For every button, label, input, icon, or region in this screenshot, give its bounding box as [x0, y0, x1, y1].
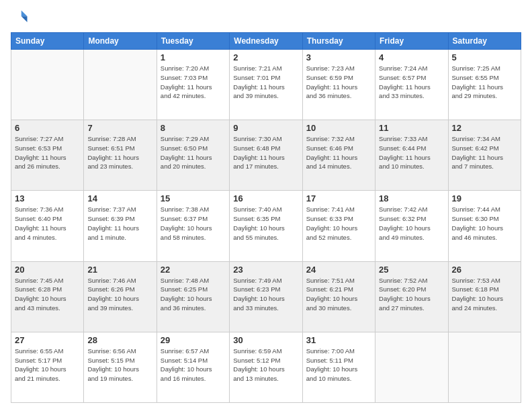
day-info: Sunrise: 7:32 AM Sunset: 6:46 PM Dayligh…: [306, 134, 371, 171]
day-number: 1: [161, 52, 226, 62]
day-info: Sunrise: 7:45 AM Sunset: 6:28 PM Dayligh…: [15, 276, 80, 313]
weekday-header-thursday: Thursday: [302, 33, 375, 50]
week-row-0: 1Sunrise: 7:20 AM Sunset: 7:03 PM Daylig…: [11, 50, 521, 120]
weekday-header-tuesday: Tuesday: [157, 33, 229, 50]
day-info: Sunrise: 7:49 AM Sunset: 6:23 PM Dayligh…: [233, 276, 298, 313]
calendar-cell: 28Sunrise: 6:56 AM Sunset: 5:15 PM Dayli…: [84, 332, 157, 402]
calendar-body: 1Sunrise: 7:20 AM Sunset: 7:03 PM Daylig…: [11, 50, 521, 403]
header: [11, 8, 521, 27]
calendar-cell: 17Sunrise: 7:41 AM Sunset: 6:33 PM Dayli…: [302, 191, 375, 261]
day-number: 9: [233, 123, 298, 133]
day-number: 2: [233, 52, 298, 62]
day-number: 8: [161, 123, 226, 133]
day-info: Sunrise: 7:41 AM Sunset: 6:33 PM Dayligh…: [306, 205, 371, 242]
day-info: Sunrise: 7:46 AM Sunset: 6:26 PM Dayligh…: [87, 276, 152, 313]
day-number: 30: [233, 335, 298, 345]
day-info: Sunrise: 7:53 AM Sunset: 6:18 PM Dayligh…: [452, 276, 517, 313]
calendar-cell: 3Sunrise: 7:23 AM Sunset: 6:59 PM Daylig…: [302, 50, 375, 120]
calendar-cell: 25Sunrise: 7:52 AM Sunset: 6:20 PM Dayli…: [375, 261, 448, 332]
calendar-cell: 15Sunrise: 7:38 AM Sunset: 6:37 PM Dayli…: [157, 191, 229, 261]
day-number: 14: [87, 193, 152, 203]
calendar-cell: 8Sunrise: 7:29 AM Sunset: 6:50 PM Daylig…: [157, 120, 229, 191]
calendar-cell: 9Sunrise: 7:30 AM Sunset: 6:48 PM Daylig…: [230, 120, 302, 191]
week-row-4: 27Sunrise: 6:55 AM Sunset: 5:17 PM Dayli…: [11, 332, 521, 402]
day-number: 21: [87, 265, 152, 275]
day-number: 12: [452, 123, 517, 133]
calendar-cell: 16Sunrise: 7:40 AM Sunset: 6:35 PM Dayli…: [230, 191, 302, 261]
day-info: Sunrise: 6:56 AM Sunset: 5:15 PM Dayligh…: [87, 347, 152, 383]
day-number: 23: [233, 265, 298, 275]
calendar-cell: 22Sunrise: 7:48 AM Sunset: 6:25 PM Dayli…: [157, 261, 229, 332]
day-info: Sunrise: 7:44 AM Sunset: 6:30 PM Dayligh…: [452, 205, 517, 242]
day-number: 31: [306, 335, 371, 345]
day-number: 16: [233, 193, 298, 203]
day-info: Sunrise: 7:42 AM Sunset: 6:32 PM Dayligh…: [379, 205, 444, 242]
day-info: Sunrise: 7:52 AM Sunset: 6:20 PM Dayligh…: [379, 276, 444, 313]
calendar-cell: 1Sunrise: 7:20 AM Sunset: 7:03 PM Daylig…: [157, 50, 229, 120]
day-info: Sunrise: 6:59 AM Sunset: 5:12 PM Dayligh…: [233, 347, 298, 383]
svg-marker-0: [21, 11, 28, 17]
calendar-cell: 21Sunrise: 7:46 AM Sunset: 6:26 PM Dayli…: [84, 261, 157, 332]
weekday-header-saturday: Saturday: [448, 33, 521, 50]
svg-marker-1: [21, 16, 28, 22]
calendar-cell: 29Sunrise: 6:57 AM Sunset: 5:14 PM Dayli…: [157, 332, 229, 402]
day-number: 3: [306, 52, 371, 62]
day-info: Sunrise: 7:24 AM Sunset: 6:57 PM Dayligh…: [379, 64, 444, 101]
day-info: Sunrise: 7:51 AM Sunset: 6:21 PM Dayligh…: [306, 276, 371, 313]
calendar-cell: 13Sunrise: 7:36 AM Sunset: 6:40 PM Dayli…: [11, 191, 84, 261]
day-number: 18: [379, 193, 444, 203]
day-number: 15: [161, 193, 226, 203]
week-row-2: 13Sunrise: 7:36 AM Sunset: 6:40 PM Dayli…: [11, 191, 521, 261]
week-row-1: 6Sunrise: 7:27 AM Sunset: 6:53 PM Daylig…: [11, 120, 521, 191]
day-number: 19: [452, 193, 517, 203]
weekday-header-sunday: Sunday: [11, 33, 84, 50]
logo-icon: [11, 8, 30, 27]
day-info: Sunrise: 7:34 AM Sunset: 6:42 PM Dayligh…: [452, 134, 517, 171]
calendar-cell: 14Sunrise: 7:37 AM Sunset: 6:39 PM Dayli…: [84, 191, 157, 261]
calendar-cell: 18Sunrise: 7:42 AM Sunset: 6:32 PM Dayli…: [375, 191, 448, 261]
day-number: 6: [15, 123, 80, 133]
day-info: Sunrise: 7:36 AM Sunset: 6:40 PM Dayligh…: [15, 205, 80, 242]
day-number: 17: [306, 193, 371, 203]
day-info: Sunrise: 7:29 AM Sunset: 6:50 PM Dayligh…: [161, 134, 226, 171]
day-number: 27: [15, 335, 80, 345]
day-info: Sunrise: 7:00 AM Sunset: 5:11 PM Dayligh…: [306, 347, 371, 383]
day-number: 4: [379, 52, 444, 62]
calendar-cell: [11, 50, 84, 120]
day-info: Sunrise: 7:33 AM Sunset: 6:44 PM Dayligh…: [379, 134, 444, 171]
day-number: 11: [379, 123, 444, 133]
calendar-cell: 6Sunrise: 7:27 AM Sunset: 6:53 PM Daylig…: [11, 120, 84, 191]
day-number: 29: [161, 335, 226, 345]
calendar-cell: 4Sunrise: 7:24 AM Sunset: 6:57 PM Daylig…: [375, 50, 448, 120]
calendar-cell: [448, 332, 521, 402]
calendar-cell: 11Sunrise: 7:33 AM Sunset: 6:44 PM Dayli…: [375, 120, 448, 191]
calendar-cell: [84, 50, 157, 120]
calendar-header: SundayMondayTuesdayWednesdayThursdayFrid…: [11, 33, 521, 50]
day-number: 10: [306, 123, 371, 133]
calendar-cell: 19Sunrise: 7:44 AM Sunset: 6:30 PM Dayli…: [448, 191, 521, 261]
logo: [11, 8, 32, 27]
day-info: Sunrise: 7:20 AM Sunset: 7:03 PM Dayligh…: [161, 64, 226, 101]
day-info: Sunrise: 7:30 AM Sunset: 6:48 PM Dayligh…: [233, 134, 298, 171]
day-number: 13: [15, 193, 80, 203]
day-info: Sunrise: 7:21 AM Sunset: 7:01 PM Dayligh…: [233, 64, 298, 101]
weekday-row: SundayMondayTuesdayWednesdayThursdayFrid…: [11, 33, 521, 50]
calendar-table: SundayMondayTuesdayWednesdayThursdayFrid…: [11, 32, 521, 403]
day-info: Sunrise: 7:23 AM Sunset: 6:59 PM Dayligh…: [306, 64, 371, 101]
calendar-cell: 30Sunrise: 6:59 AM Sunset: 5:12 PM Dayli…: [230, 332, 302, 402]
calendar-cell: 31Sunrise: 7:00 AM Sunset: 5:11 PM Dayli…: [302, 332, 375, 402]
calendar-cell: 27Sunrise: 6:55 AM Sunset: 5:17 PM Dayli…: [11, 332, 84, 402]
calendar-cell: 7Sunrise: 7:28 AM Sunset: 6:51 PM Daylig…: [84, 120, 157, 191]
day-info: Sunrise: 7:40 AM Sunset: 6:35 PM Dayligh…: [233, 205, 298, 242]
calendar-cell: 2Sunrise: 7:21 AM Sunset: 7:01 PM Daylig…: [230, 50, 302, 120]
calendar-cell: 10Sunrise: 7:32 AM Sunset: 6:46 PM Dayli…: [302, 120, 375, 191]
calendar-cell: [375, 332, 448, 402]
day-info: Sunrise: 7:27 AM Sunset: 6:53 PM Dayligh…: [15, 134, 80, 171]
calendar-cell: 20Sunrise: 7:45 AM Sunset: 6:28 PM Dayli…: [11, 261, 84, 332]
day-number: 7: [87, 123, 152, 133]
day-number: 25: [379, 265, 444, 275]
day-number: 26: [452, 265, 517, 275]
page: SundayMondayTuesdayWednesdayThursdayFrid…: [0, 0, 532, 411]
weekday-header-monday: Monday: [84, 33, 157, 50]
day-info: Sunrise: 7:48 AM Sunset: 6:25 PM Dayligh…: [161, 276, 226, 313]
